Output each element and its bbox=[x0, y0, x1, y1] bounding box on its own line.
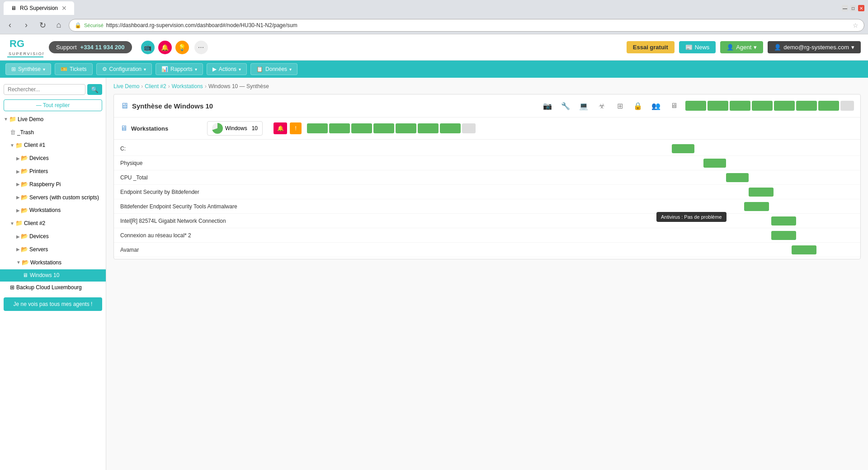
maximize-btn[interactable]: □ bbox=[850, 5, 856, 11]
forward-btn[interactable]: › bbox=[20, 19, 33, 32]
nbar4[interactable] bbox=[373, 123, 394, 133]
info-icon[interactable]: 💡 bbox=[175, 41, 189, 54]
warning-badge[interactable]: ! bbox=[290, 122, 302, 134]
group-icon[interactable]: 👥 bbox=[649, 99, 663, 113]
breadcrumb-live-demo[interactable]: Live Demo bbox=[113, 83, 139, 89]
support-btn[interactable]: Support +334 11 934 200 bbox=[49, 41, 132, 53]
remote-icon[interactable]: 🖥 bbox=[667, 99, 681, 113]
antivirus-tooltip: Antivirus : Pas de problème bbox=[656, 212, 726, 222]
address-bar[interactable]: 🔒 Sécurisé https://dashboard.rg-supervis… bbox=[69, 19, 864, 32]
hbar4[interactable] bbox=[752, 101, 773, 111]
c2servers-folder-icon: 📂 bbox=[21, 245, 28, 254]
synthese-title: Synthèse de Windows 10 bbox=[132, 102, 537, 110]
app: RG SUPERVISION Support +334 11 934 200 📺… bbox=[0, 34, 868, 470]
os-badge: Windows 10 bbox=[207, 121, 263, 136]
hbar7[interactable] bbox=[818, 101, 839, 111]
hbar5[interactable] bbox=[774, 101, 795, 111]
client1-folder-icon: 📁 bbox=[15, 141, 23, 150]
lock-icon[interactable]: 🔒 bbox=[631, 99, 645, 113]
refresh-btn[interactable]: ↻ bbox=[36, 19, 49, 32]
hbar2[interactable] bbox=[708, 101, 728, 111]
synthese-btn[interactable]: ⊞ Synthèse ▾ bbox=[5, 63, 51, 75]
synthese-caret: ▾ bbox=[43, 67, 45, 72]
tickets-btn[interactable]: 🎫 Tickets bbox=[55, 63, 93, 75]
bar-intel-1[interactable] bbox=[771, 216, 796, 226]
home-btn[interactable]: ⌂ bbox=[52, 19, 65, 32]
bar-endpoint-1[interactable] bbox=[749, 188, 774, 197]
browser-tab[interactable]: 🖥 RG Supervision ✕ bbox=[4, 1, 74, 15]
nbar2[interactable] bbox=[329, 123, 350, 133]
sidebar-item-windows10[interactable]: 🖥 Windows 10 bbox=[0, 269, 106, 282]
nbar1[interactable] bbox=[307, 123, 328, 133]
bar-avamar-1[interactable] bbox=[792, 245, 816, 254]
more-icon[interactable]: ··· bbox=[194, 41, 208, 54]
search-input[interactable] bbox=[4, 84, 85, 95]
bar-connexion-1[interactable] bbox=[771, 231, 796, 240]
config-icon: ⚙ bbox=[102, 66, 107, 72]
expand-client1-icon[interactable]: ▼ bbox=[10, 142, 14, 149]
sidebar-item-raspberry[interactable]: ▶ 📂 Raspberry Pi bbox=[0, 178, 106, 191]
sidebar-item-client2-servers[interactable]: ▶ 📂 Servers bbox=[0, 243, 106, 256]
sidebar-item-trash[interactable]: 🗑 _Trash bbox=[0, 126, 106, 139]
nbar8[interactable] bbox=[462, 123, 476, 133]
nbar5[interactable] bbox=[396, 123, 416, 133]
bar-bitdefender-1[interactable] bbox=[744, 202, 769, 211]
breadcrumb-workstations[interactable]: Workstations bbox=[172, 83, 203, 89]
agent-btn[interactable]: 👤 Agent ▾ bbox=[720, 41, 763, 53]
back-btn[interactable]: ‹ bbox=[4, 19, 16, 32]
cpu-icon[interactable]: 💻 bbox=[577, 99, 590, 113]
nbar7[interactable] bbox=[440, 123, 461, 133]
nbar6[interactable] bbox=[418, 123, 439, 133]
actions-btn[interactable]: ▶ Actions ▾ bbox=[207, 63, 247, 75]
synthese-icon: ⊞ bbox=[11, 66, 16, 72]
bar-physique-1[interactable] bbox=[703, 159, 726, 168]
grid-icon[interactable]: ⊞ bbox=[613, 99, 627, 113]
sidebar-item-client2-devices[interactable]: ▶ 📂 Devices bbox=[0, 230, 106, 243]
sidebar-item-client2[interactable]: ▼ 📁 Client #2 bbox=[0, 217, 106, 230]
expand-icon[interactable]: ▼ bbox=[4, 116, 8, 123]
bookmark-icon[interactable]: ☆ bbox=[853, 22, 859, 29]
url-text: https://dashboard.rg-supervision.com/das… bbox=[106, 22, 850, 28]
camera-icon[interactable]: 📷 bbox=[541, 99, 554, 113]
sidebar-item-workstations1[interactable]: ▶ 📂 Workstations bbox=[0, 204, 106, 217]
nbar3[interactable] bbox=[351, 123, 372, 133]
sidebar-item-client1[interactable]: ▼ 📁 Client #1 bbox=[0, 139, 106, 152]
sidebar-item-backup-cloud[interactable]: ⊞ Backup Cloud Luxembourg bbox=[0, 282, 106, 294]
rapports-btn[interactable]: 📊 Rapports ▾ bbox=[156, 63, 203, 75]
tab-close-btn[interactable]: ✕ bbox=[61, 5, 67, 12]
wrench-icon[interactable]: 🔧 bbox=[559, 99, 572, 113]
node-status-bars bbox=[307, 123, 854, 133]
minimize-btn[interactable]: — bbox=[842, 5, 848, 11]
support-label: Support bbox=[56, 44, 77, 51]
hbar1[interactable] bbox=[685, 101, 706, 111]
address-bar-row: ‹ › ↻ ⌂ 🔒 Sécurisé https://dashboard.rg-… bbox=[0, 16, 868, 34]
biohazard-icon[interactable]: ☣ bbox=[595, 99, 609, 113]
data-row-c: C: bbox=[114, 141, 860, 156]
sidebar-item-servers-custom[interactable]: ▶ 📂 Servers (with custom scripts) bbox=[0, 191, 106, 204]
alert-badge[interactable]: 🔔 bbox=[274, 122, 287, 134]
donnees-caret: ▾ bbox=[289, 67, 292, 72]
hbar3[interactable] bbox=[730, 101, 750, 111]
alert-agents-btn[interactable]: Je ne vois pas tous mes agents ! bbox=[4, 297, 102, 311]
sidebar-item-printers[interactable]: ▶ 📂 Printers bbox=[0, 165, 106, 178]
expand-c1devices-icon[interactable]: ▶ bbox=[16, 155, 20, 162]
bar-c-1[interactable] bbox=[672, 144, 694, 153]
search-btn[interactable]: 🔍 bbox=[87, 84, 102, 95]
breadcrumb-client2[interactable]: Client #2 bbox=[145, 83, 166, 89]
sidebar-item-client1-devices[interactable]: ▶ 📂 Devices bbox=[0, 152, 106, 165]
user-btn[interactable]: 👤 demo@rg-systemes.com ▾ bbox=[768, 41, 861, 53]
reply-btn[interactable]: — Tout replier bbox=[4, 99, 102, 111]
news-btn[interactable]: 📰 News bbox=[679, 41, 716, 53]
close-btn[interactable]: ✕ bbox=[858, 5, 864, 11]
donnees-btn[interactable]: 📋 Données ▾ bbox=[250, 63, 297, 75]
monitor-icon[interactable]: 📺 bbox=[141, 41, 155, 54]
bar-cpu-1[interactable] bbox=[726, 173, 749, 182]
hbar8[interactable] bbox=[840, 101, 854, 111]
configuration-btn[interactable]: ⚙ Configuration ▾ bbox=[96, 63, 152, 75]
sidebar-item-live-demo[interactable]: ▼ 📁 Live Demo bbox=[0, 113, 106, 126]
alert-icon[interactable]: 🔔 bbox=[158, 41, 172, 54]
hbar6[interactable] bbox=[796, 101, 817, 111]
user-caret: ▾ bbox=[851, 44, 854, 51]
sidebar-item-workstations2[interactable]: ▼ 📂 Workstations bbox=[0, 256, 106, 269]
essai-btn[interactable]: Essai gratuit bbox=[627, 41, 675, 53]
